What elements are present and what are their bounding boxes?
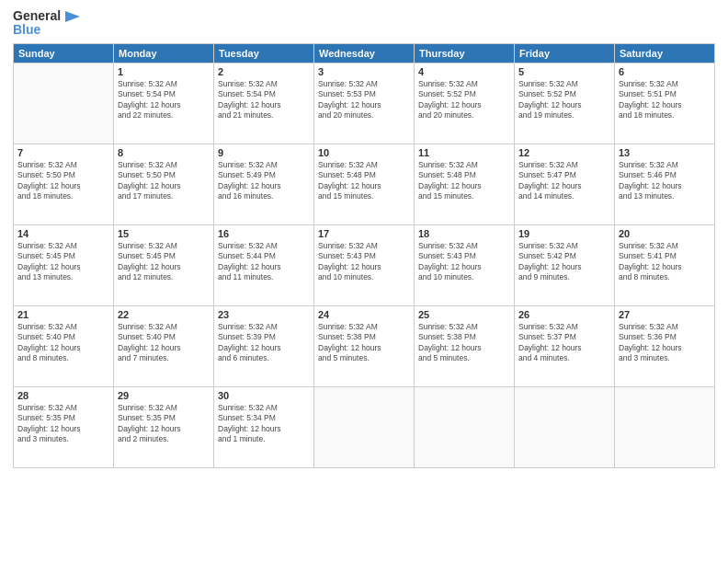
calendar-cell: 4Sunrise: 5:32 AM Sunset: 5:52 PM Daylig… — [415, 63, 515, 144]
day-info: Sunrise: 5:32 AM Sunset: 5:38 PM Dayligh… — [418, 322, 510, 364]
day-info: Sunrise: 5:32 AM Sunset: 5:43 PM Dayligh… — [418, 241, 510, 283]
calendar-cell: 9Sunrise: 5:32 AM Sunset: 5:49 PM Daylig… — [214, 144, 314, 224]
day-number: 19 — [518, 228, 610, 239]
calendar-cell: 20Sunrise: 5:32 AM Sunset: 5:41 PM Dayli… — [615, 224, 715, 305]
day-number: 12 — [518, 147, 610, 158]
day-number: 15 — [118, 228, 210, 239]
day-number: 9 — [218, 147, 310, 158]
calendar-cell: 17Sunrise: 5:32 AM Sunset: 5:43 PM Dayli… — [314, 224, 415, 305]
calendar-cell: 2Sunrise: 5:32 AM Sunset: 5:54 PM Daylig… — [214, 63, 314, 144]
calendar-cell: 18Sunrise: 5:32 AM Sunset: 5:43 PM Dayli… — [415, 224, 515, 305]
day-info: Sunrise: 5:32 AM Sunset: 5:52 PM Dayligh… — [518, 79, 610, 121]
calendar-cell: 19Sunrise: 5:32 AM Sunset: 5:42 PM Dayli… — [515, 224, 615, 305]
calendar-cell — [515, 386, 615, 467]
day-info: Sunrise: 5:32 AM Sunset: 5:46 PM Dayligh… — [619, 160, 711, 202]
day-number: 29 — [118, 390, 210, 401]
day-number: 24 — [318, 309, 410, 320]
calendar-cell: 11Sunrise: 5:32 AM Sunset: 5:48 PM Dayli… — [415, 144, 515, 224]
day-number: 26 — [518, 309, 610, 320]
calendar-cell: 13Sunrise: 5:32 AM Sunset: 5:46 PM Dayli… — [615, 144, 715, 224]
day-info: Sunrise: 5:32 AM Sunset: 5:51 PM Dayligh… — [619, 79, 711, 121]
calendar-cell: 30Sunrise: 5:32 AM Sunset: 5:34 PM Dayli… — [214, 386, 314, 467]
calendar-cell: 12Sunrise: 5:32 AM Sunset: 5:47 PM Dayli… — [515, 144, 615, 224]
calendar-cell: 29Sunrise: 5:32 AM Sunset: 5:35 PM Dayli… — [114, 386, 214, 467]
day-header-wednesday: Wednesday — [314, 43, 415, 63]
day-number: 13 — [619, 147, 711, 158]
calendar-cell: 5Sunrise: 5:32 AM Sunset: 5:52 PM Daylig… — [515, 63, 615, 144]
day-number: 6 — [619, 66, 711, 77]
calendar-cell: 6Sunrise: 5:32 AM Sunset: 5:51 PM Daylig… — [615, 63, 715, 144]
day-info: Sunrise: 5:32 AM Sunset: 5:40 PM Dayligh… — [17, 322, 109, 364]
svg-marker-0 — [65, 11, 80, 22]
calendar-cell — [314, 386, 415, 467]
day-info: Sunrise: 5:32 AM Sunset: 5:54 PM Dayligh… — [118, 79, 210, 121]
calendar-cell: 21Sunrise: 5:32 AM Sunset: 5:40 PM Dayli… — [14, 305, 114, 386]
day-number: 11 — [418, 147, 510, 158]
day-info: Sunrise: 5:32 AM Sunset: 5:45 PM Dayligh… — [118, 241, 210, 283]
day-info: Sunrise: 5:32 AM Sunset: 5:48 PM Dayligh… — [418, 160, 510, 202]
day-number: 16 — [218, 228, 310, 239]
calendar-cell: 14Sunrise: 5:32 AM Sunset: 5:45 PM Dayli… — [14, 224, 114, 305]
day-info: Sunrise: 5:32 AM Sunset: 5:53 PM Dayligh… — [318, 79, 410, 121]
day-number: 25 — [418, 309, 510, 320]
calendar-cell: 3Sunrise: 5:32 AM Sunset: 5:53 PM Daylig… — [314, 63, 415, 144]
day-info: Sunrise: 5:32 AM Sunset: 5:41 PM Dayligh… — [619, 241, 711, 283]
day-info: Sunrise: 5:32 AM Sunset: 5:42 PM Dayligh… — [518, 241, 610, 283]
day-header-saturday: Saturday — [615, 43, 715, 63]
day-info: Sunrise: 5:32 AM Sunset: 5:52 PM Dayligh… — [418, 79, 510, 121]
day-info: Sunrise: 5:32 AM Sunset: 5:39 PM Dayligh… — [218, 322, 310, 364]
calendar-cell: 28Sunrise: 5:32 AM Sunset: 5:35 PM Dayli… — [14, 386, 114, 467]
calendar-cell: 24Sunrise: 5:32 AM Sunset: 5:38 PM Dayli… — [314, 305, 415, 386]
calendar-cell: 26Sunrise: 5:32 AM Sunset: 5:37 PM Dayli… — [515, 305, 615, 386]
calendar-cell: 27Sunrise: 5:32 AM Sunset: 5:36 PM Dayli… — [615, 305, 715, 386]
day-info: Sunrise: 5:32 AM Sunset: 5:50 PM Dayligh… — [17, 160, 109, 202]
day-info: Sunrise: 5:32 AM Sunset: 5:48 PM Dayligh… — [318, 160, 410, 202]
calendar-cell: 23Sunrise: 5:32 AM Sunset: 5:39 PM Dayli… — [214, 305, 314, 386]
day-info: Sunrise: 5:32 AM Sunset: 5:50 PM Dayligh… — [118, 160, 210, 202]
day-number: 14 — [17, 228, 109, 239]
day-number: 22 — [118, 309, 210, 320]
day-header-friday: Friday — [515, 43, 615, 63]
calendar-cell — [14, 63, 114, 144]
calendar-cell: 10Sunrise: 5:32 AM Sunset: 5:48 PM Dayli… — [314, 144, 415, 224]
day-header-tuesday: Tuesday — [214, 43, 314, 63]
day-number: 5 — [518, 66, 610, 77]
day-info: Sunrise: 5:32 AM Sunset: 5:45 PM Dayligh… — [17, 241, 109, 283]
day-info: Sunrise: 5:32 AM Sunset: 5:38 PM Dayligh… — [318, 322, 410, 364]
day-number: 21 — [17, 309, 109, 320]
day-number: 18 — [418, 228, 510, 239]
calendar-cell: 25Sunrise: 5:32 AM Sunset: 5:38 PM Dayli… — [415, 305, 515, 386]
day-header-thursday: Thursday — [415, 43, 515, 63]
day-number: 23 — [218, 309, 310, 320]
calendar-table: SundayMondayTuesdayWednesdayThursdayFrid… — [13, 43, 715, 468]
day-number: 8 — [118, 147, 210, 158]
day-number: 17 — [318, 228, 410, 239]
logo: General Blue — [13, 9, 80, 38]
day-number: 1 — [118, 66, 210, 77]
day-info: Sunrise: 5:32 AM Sunset: 5:49 PM Dayligh… — [218, 160, 310, 202]
calendar-cell: 15Sunrise: 5:32 AM Sunset: 5:45 PM Dayli… — [114, 224, 214, 305]
day-info: Sunrise: 5:32 AM Sunset: 5:47 PM Dayligh… — [518, 160, 610, 202]
day-number: 30 — [218, 390, 310, 401]
calendar-cell: 7Sunrise: 5:32 AM Sunset: 5:50 PM Daylig… — [14, 144, 114, 224]
day-info: Sunrise: 5:32 AM Sunset: 5:35 PM Dayligh… — [118, 403, 210, 445]
calendar-cell: 22Sunrise: 5:32 AM Sunset: 5:40 PM Dayli… — [114, 305, 214, 386]
day-info: Sunrise: 5:32 AM Sunset: 5:44 PM Dayligh… — [218, 241, 310, 283]
day-info: Sunrise: 5:32 AM Sunset: 5:54 PM Dayligh… — [218, 79, 310, 121]
day-number: 28 — [17, 390, 109, 401]
day-number: 3 — [318, 66, 410, 77]
day-header-monday: Monday — [114, 43, 214, 63]
day-info: Sunrise: 5:32 AM Sunset: 5:37 PM Dayligh… — [518, 322, 610, 364]
day-number: 2 — [218, 66, 310, 77]
calendar-cell: 1Sunrise: 5:32 AM Sunset: 5:54 PM Daylig… — [114, 63, 214, 144]
page-header: General Blue — [13, 9, 715, 38]
day-info: Sunrise: 5:32 AM Sunset: 5:36 PM Dayligh… — [619, 322, 711, 364]
day-number: 20 — [619, 228, 711, 239]
day-number: 27 — [619, 309, 711, 320]
calendar-cell — [415, 386, 515, 467]
calendar-cell: 16Sunrise: 5:32 AM Sunset: 5:44 PM Dayli… — [214, 224, 314, 305]
day-number: 7 — [17, 147, 109, 158]
day-info: Sunrise: 5:32 AM Sunset: 5:34 PM Dayligh… — [218, 403, 310, 445]
day-number: 10 — [318, 147, 410, 158]
day-number: 4 — [418, 66, 510, 77]
